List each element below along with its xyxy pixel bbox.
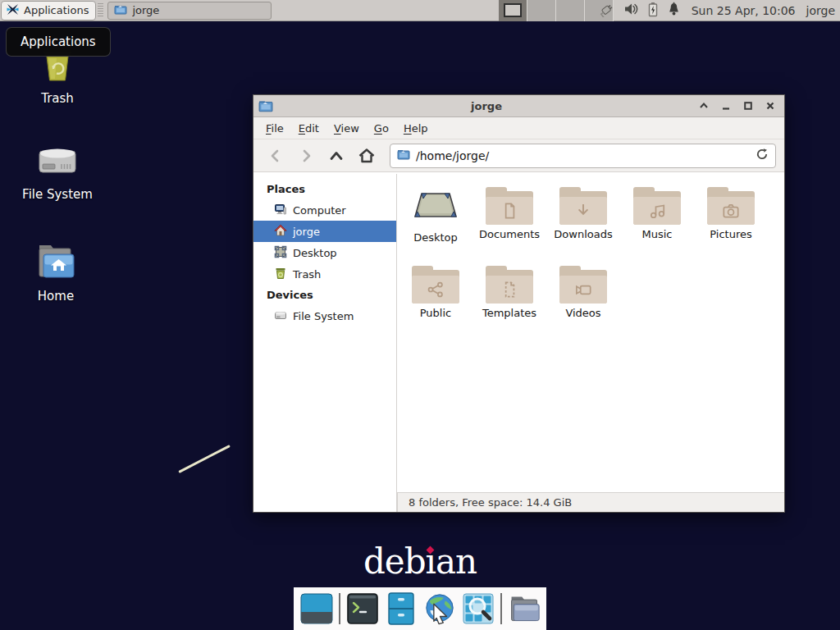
path-text[interactable]: /home/jorge/ <box>416 149 750 162</box>
drive-icon <box>274 308 287 324</box>
shade-button[interactable] <box>698 100 710 112</box>
taskbar-folder-icon <box>114 3 127 17</box>
file-item-downloads[interactable]: Downloads <box>546 185 620 258</box>
file-item-documents[interactable]: Documents <box>472 185 546 258</box>
up-button[interactable] <box>322 144 349 167</box>
desktop-scratch-line <box>178 445 231 473</box>
system-tray: Sun 25 Apr, 10:06 jorge <box>598 0 835 21</box>
workspace-window-miniature <box>504 3 522 17</box>
places-header: Places <box>253 179 396 199</box>
desktop-special-icon <box>412 187 459 228</box>
file-item-label: Music <box>642 228 673 240</box>
web-browser-icon[interactable] <box>423 592 456 625</box>
close-button[interactable] <box>765 100 776 112</box>
taskbar-window-label: jorge <box>132 4 159 16</box>
folder-video-icon <box>559 266 607 304</box>
folder-document-icon <box>486 187 533 225</box>
sidebar-item-label: Trash <box>293 268 321 281</box>
app-finder-icon[interactable] <box>462 592 495 625</box>
folder-download-icon <box>559 187 607 225</box>
back-button[interactable] <box>262 144 289 167</box>
xfce-menu-icon <box>6 2 20 19</box>
applications-tooltip: Applications <box>6 27 111 57</box>
sidebar-item-label: Computer <box>293 204 346 217</box>
pathbar-folder-icon <box>397 148 410 163</box>
sidebar-item-label: Desktop <box>293 247 337 259</box>
file-item-desktop[interactable]: Desktop <box>399 185 472 258</box>
file-cabinet-icon[interactable] <box>385 592 418 625</box>
workspace-2[interactable] <box>527 0 556 21</box>
sidebar-item-trash[interactable]: Trash <box>253 263 396 285</box>
applications-menu-button[interactable]: Applications <box>1 1 96 21</box>
debian-i-diamond: ı <box>426 541 436 582</box>
menu-help[interactable]: Help <box>396 117 436 139</box>
sidebar-item-computer[interactable]: Computer <box>253 199 396 221</box>
sidebar-item-desktop[interactable]: Desktop <box>253 242 396 263</box>
sidebar-item-label: jorge <box>293 226 320 238</box>
devices-header: Devices <box>253 285 396 305</box>
file-item-label: Pictures <box>710 228 751 240</box>
file-manager-window[interactable]: jorge File Edit View Go Help <box>253 94 785 513</box>
side-pane: Places Computer <box>253 174 397 512</box>
file-item-templates[interactable]: Templates <box>472 264 546 336</box>
battery-charging-icon[interactable] <box>646 2 660 21</box>
menu-edit[interactable]: Edit <box>291 117 326 139</box>
volume-icon[interactable] <box>623 2 639 20</box>
panel-username[interactable]: jorge <box>806 4 835 17</box>
sidebar-item-jorge[interactable]: jorge <box>253 221 396 242</box>
applications-tooltip-text: Applications <box>21 34 96 49</box>
window-title: jorge <box>275 100 698 112</box>
dock-separator <box>500 593 502 624</box>
home-button[interactable] <box>353 144 380 167</box>
sidebar-item-file-system[interactable]: File System <box>253 305 396 326</box>
toolbar: /home/jorge/ <box>253 139 784 172</box>
file-item-public[interactable]: Public <box>399 264 472 336</box>
desktop-icon-label: File System <box>22 187 93 202</box>
file-item-label: Templates <box>482 307 536 319</box>
trash-icon <box>274 267 287 282</box>
desktop-icon-label: Home <box>38 289 74 304</box>
panel-grip-handle[interactable] <box>98 3 103 18</box>
file-item-label: Desktop <box>413 231 458 244</box>
bottom-dock <box>294 587 546 630</box>
notification-bell-icon[interactable] <box>667 2 681 21</box>
folder-camera-icon <box>707 187 755 225</box>
workspace-3[interactable] <box>556 0 585 21</box>
taskbar-window-button[interactable]: jorge <box>107 2 272 20</box>
window-folder-icon <box>258 99 275 112</box>
folder-share-icon <box>412 266 459 304</box>
file-item-videos[interactable]: Videos <box>546 264 620 336</box>
network-plug-icon[interactable] <box>598 1 616 21</box>
file-item-label: Videos <box>565 307 600 319</box>
desktop-icon-label: Trash <box>41 91 74 106</box>
maximize-button[interactable] <box>742 100 754 112</box>
file-item-label: Public <box>420 307 451 319</box>
home-icon <box>274 224 287 240</box>
workspace-switcher[interactable] <box>499 0 614 21</box>
menu-file[interactable]: File <box>258 117 291 139</box>
window-titlebar[interactable]: jorge <box>253 95 784 117</box>
file-item-music[interactable]: Music <box>620 185 694 258</box>
debian-wordmark: debıan <box>0 541 840 582</box>
menu-view[interactable]: View <box>326 117 367 139</box>
file-view[interactable]: Desktop Documents <box>397 174 784 512</box>
desktop-icon-file-system[interactable]: File System <box>12 141 103 202</box>
panel-clock[interactable]: Sun 25 Apr, 10:06 <box>692 4 796 17</box>
file-item-label: Documents <box>479 228 540 240</box>
terminal-icon[interactable] <box>346 592 379 625</box>
dock-folder-icon[interactable] <box>508 592 541 625</box>
top-panel: Applications jorge <box>0 0 840 21</box>
menu-go[interactable]: Go <box>367 117 396 139</box>
reload-icon[interactable] <box>756 148 769 164</box>
file-item-pictures[interactable]: Pictures <box>694 185 768 258</box>
status-bar: 8 folders, Free space: 14.4 GiB <box>397 492 784 512</box>
menu-bar: File Edit View Go Help <box>253 117 784 139</box>
desktop-icon-home[interactable]: Home <box>11 241 101 304</box>
forward-button[interactable] <box>292 144 319 167</box>
minimize-button[interactable] <box>720 100 732 112</box>
dock-separator <box>339 593 340 624</box>
workspace-1[interactable] <box>499 0 527 21</box>
path-bar[interactable]: /home/jorge/ <box>390 144 776 168</box>
show-desktop-icon[interactable] <box>300 592 333 625</box>
status-text: 8 folders, Free space: 14.4 GiB <box>409 496 572 509</box>
